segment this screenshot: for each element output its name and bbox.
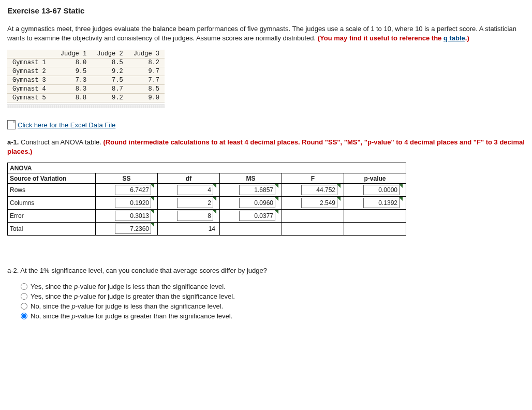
f-input[interactable]: 44.752	[285, 185, 341, 195]
p-input[interactable]: 0.1392	[347, 198, 403, 208]
check-flag-icon	[337, 197, 341, 201]
anova-table-wrap: ANOVA Source of Variation SS df MS F p-v…	[7, 163, 525, 236]
ms-input[interactable]: 0.0377	[223, 211, 278, 221]
excel-link-row: Click here for the Excel Data File	[7, 120, 525, 129]
option-3[interactable]: No, since the p-value for judge is great…	[21, 312, 525, 320]
empty-cell	[282, 223, 344, 236]
cell: 8.3	[55, 85, 92, 94]
a1-label: a-1.	[7, 138, 19, 146]
radio-input[interactable]	[21, 313, 27, 319]
option-text: No, since the p-value for judge is great…	[31, 312, 232, 320]
anova-row-error: Error 0.3013 8 0.0377	[8, 210, 406, 223]
check-flag-icon	[275, 210, 278, 214]
intro-hint: (You may find it useful to reference the…	[318, 34, 469, 42]
row-label: Gymnast 2	[7, 67, 55, 76]
scores-header-row: Judge 1 Judge 2 Judge 3	[7, 50, 165, 58]
row-label: Gymnast 1	[7, 58, 55, 67]
df-input[interactable]: 2	[161, 198, 216, 208]
ss-input[interactable]: 7.2360	[99, 224, 154, 234]
col-df: df	[158, 173, 220, 184]
cell: 8.2	[128, 58, 165, 67]
radio-input[interactable]	[21, 303, 27, 310]
check-flag-icon	[213, 197, 216, 201]
excel-data-link[interactable]: Click here for the Excel Data File	[18, 121, 115, 129]
check-flag-icon	[151, 197, 154, 201]
option-1[interactable]: Yes, since the p-value for judge is grea…	[21, 292, 525, 300]
row-label: Gymnast 4	[7, 85, 55, 94]
a2-label: a-2.	[7, 267, 19, 274]
empty-cell	[344, 210, 406, 223]
a1-text: Construct an ANOVA table.	[19, 138, 103, 146]
intro-paragraph: At a gymnastics meet, three judges evalu…	[7, 24, 525, 42]
col-pvalue: p-value	[344, 173, 406, 184]
scores-scrollbar[interactable]	[7, 105, 165, 108]
judge1-header: Judge 1	[55, 50, 92, 58]
cell: 7.5	[92, 76, 128, 85]
anova-src: Columns	[8, 197, 96, 210]
a2-text: At the 1% significance level, can you co…	[19, 267, 267, 274]
cell: 8.7	[92, 85, 128, 94]
cell: 9.7	[128, 67, 165, 76]
anova-src: Total	[8, 223, 96, 236]
anova-src: Rows	[8, 184, 96, 197]
option-text: No, since the p-value for judge is less …	[31, 302, 223, 310]
anova-col-headers: Source of Variation SS df MS F p-value	[8, 173, 406, 184]
intro-hint-prefix: (You may find it useful to reference the	[318, 34, 444, 42]
check-flag-icon	[151, 223, 154, 227]
q-table-link[interactable]: q table	[444, 34, 465, 42]
table-row: Gymnast 18.08.58.2	[7, 58, 165, 67]
radio-input[interactable]	[21, 293, 27, 300]
df-total: 14	[158, 223, 220, 236]
excel-file-icon	[7, 120, 16, 129]
radio-input[interactable]	[21, 283, 27, 290]
check-flag-icon	[399, 184, 403, 188]
anova-title: ANOVA	[8, 163, 406, 173]
judge3-header: Judge 3	[128, 50, 165, 58]
ms-input[interactable]: 1.6857	[223, 185, 278, 195]
cell: 9.5	[55, 67, 92, 76]
empty-cell	[344, 223, 406, 236]
check-flag-icon	[275, 184, 278, 188]
anova-row-total: Total 7.2360 14	[8, 223, 406, 236]
col-f: F	[282, 173, 344, 184]
row-label: Gymnast 5	[7, 94, 55, 102]
col-ss: SS	[96, 173, 158, 184]
cell: 8.0	[55, 58, 92, 67]
ss-input[interactable]: 0.3013	[99, 211, 154, 221]
check-flag-icon	[213, 210, 216, 214]
question-a1: a-1. Construct an ANOVA table. (Round in…	[7, 138, 525, 156]
option-0[interactable]: Yes, since the p-value for judge is less…	[21, 283, 525, 290]
scores-table: Judge 1 Judge 2 Judge 3 Gymnast 18.08.58…	[7, 50, 165, 102]
option-text: Yes, since the p-value for judge is less…	[31, 283, 226, 290]
cell: 8.5	[92, 58, 128, 67]
df-input[interactable]: 4	[161, 185, 216, 195]
cell: 7.7	[128, 76, 165, 85]
f-input[interactable]: 2.549	[285, 198, 341, 208]
cell: 9.2	[92, 67, 128, 76]
ss-input[interactable]: 0.1920	[99, 198, 154, 208]
table-row: Gymnast 48.38.78.5	[7, 85, 165, 94]
col-source: Source of Variation	[8, 173, 96, 184]
cell: 8.5	[128, 85, 165, 94]
ss-input[interactable]: 6.7427	[99, 185, 154, 195]
check-flag-icon	[151, 210, 154, 214]
col-ms: MS	[220, 173, 282, 184]
scores-table-wrap: Judge 1 Judge 2 Judge 3 Gymnast 18.08.58…	[7, 50, 165, 115]
df-input[interactable]: 8	[161, 211, 216, 221]
empty-cell	[282, 210, 344, 223]
ms-input[interactable]: 0.0960	[223, 198, 278, 208]
anova-table: ANOVA Source of Variation SS df MS F p-v…	[7, 163, 406, 236]
intro-hint-suffix: .)	[465, 34, 469, 42]
anova-src: Error	[8, 210, 96, 223]
table-row: Gymnast 37.37.57.7	[7, 76, 165, 85]
row-label: Gymnast 3	[7, 76, 55, 85]
p-input[interactable]: 0.0000	[347, 185, 403, 195]
cell: 9.0	[128, 94, 165, 102]
check-flag-icon	[275, 197, 278, 201]
check-flag-icon	[151, 184, 154, 188]
anova-row-columns: Columns 0.1920 2 0.0960 2.549 0.1392	[8, 197, 406, 210]
option-2[interactable]: No, since the p-value for judge is less …	[21, 302, 525, 310]
scores-blank-header	[7, 50, 55, 58]
exercise-title: Exercise 13-67 Static	[7, 6, 525, 15]
option-text: Yes, since the p-value for judge is grea…	[31, 292, 235, 300]
